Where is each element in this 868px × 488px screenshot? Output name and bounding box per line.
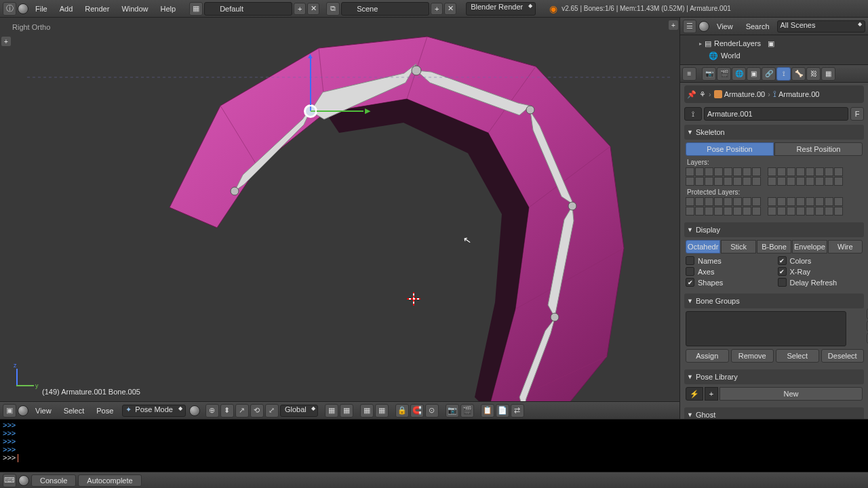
links-icon[interactable]: ⚘ — [699, 90, 706, 99]
tab-bone[interactable]: 🦴 — [791, 67, 806, 81]
expand-menu-icon[interactable] — [18, 3, 28, 14]
outliner-menu-view[interactable]: View — [711, 22, 738, 30]
protected-layers[interactable] — [686, 197, 863, 216]
panel-header-skeleton[interactable]: ▼Skeleton — [684, 125, 864, 140]
menu-render[interactable]: Render — [79, 5, 115, 13]
tab-bone-constraints[interactable]: ⛓ — [806, 67, 821, 81]
layers-group-4[interactable]: ▦ — [375, 404, 389, 418]
pose-library-browse-icon[interactable]: ⚡ — [686, 387, 703, 401]
copy-pose-icon[interactable]: 📋 — [481, 404, 494, 418]
armature-layers[interactable] — [686, 167, 863, 186]
paste-pose-icon[interactable]: 📄 — [496, 404, 509, 418]
outliner-item-world[interactable]: 🌐 World — [684, 49, 864, 62]
outliner-filter-dropdown[interactable]: All Scenes — [777, 20, 865, 33]
display-envelope-button[interactable]: Envelope — [792, 240, 827, 253]
snap-target-icon[interactable]: ⊙ — [425, 404, 439, 418]
menu-file[interactable]: File — [30, 5, 53, 13]
tab-physics[interactable]: ▦ — [821, 67, 835, 81]
tab-armature-data[interactable]: ⟟ — [776, 67, 791, 81]
pose-library-add-icon[interactable]: + — [705, 387, 718, 401]
panel-header-display[interactable]: ▼Display — [684, 222, 864, 237]
expand-menu-icon[interactable] — [18, 475, 29, 486]
shading-mode-icon[interactable] — [189, 405, 200, 416]
check-xray[interactable]: ✔X-Ray — [778, 267, 863, 276]
menu-window[interactable]: Window — [116, 5, 153, 13]
scale-icon[interactable]: ⤢ — [265, 404, 279, 418]
layers-group-1[interactable]: ▦ — [325, 404, 338, 418]
assign-button[interactable]: Assign — [686, 349, 729, 363]
display-wire-button[interactable]: Wire — [828, 240, 863, 253]
tab-render[interactable]: 📷 — [702, 67, 716, 81]
fake-user-button[interactable]: F — [850, 107, 864, 121]
3d-viewport[interactable]: + + Right Ortho — [0, 18, 679, 419]
autocomplete-button[interactable]: Autocomplete — [78, 474, 141, 487]
render-engine-dropdown[interactable]: Blender Render — [466, 2, 536, 16]
render-anim-icon[interactable]: 🎬 — [460, 404, 474, 418]
panel-header-ghost[interactable]: ▼Ghost — [684, 407, 864, 419]
manipulator-icon[interactable]: ⬍ — [220, 404, 234, 418]
lock-icon[interactable]: 🔒 — [395, 404, 409, 418]
scene-add-button[interactable]: + — [431, 3, 443, 15]
expand-icon[interactable]: ▸ — [699, 41, 702, 47]
check-delay-refresh[interactable]: Delay Refresh — [778, 278, 863, 287]
orientation-dropdown[interactable]: Global — [280, 405, 318, 417]
expand-menu-icon[interactable] — [698, 21, 709, 32]
breadcrumb-data[interactable]: ⟟Armature.00 — [773, 89, 820, 100]
layout-grid-icon[interactable]: ▦ — [189, 2, 203, 16]
outliner-item-renderlayers[interactable]: ▸ ▤ RenderLayers ▣ — [684, 37, 864, 49]
rest-position-button[interactable]: Rest Position — [774, 142, 863, 156]
menu-help[interactable]: Help — [155, 5, 182, 13]
armature-name-input[interactable] — [704, 107, 848, 121]
display-bbone-button[interactable]: B-Bone — [757, 240, 791, 253]
check-axes[interactable]: Axes — [686, 267, 771, 276]
display-octahedral-button[interactable]: Octahedr — [686, 240, 720, 253]
panel-header-bone-groups[interactable]: ▼Bone Groups — [684, 293, 864, 308]
tab-constraints[interactable]: 🔗 — [762, 67, 776, 81]
bone-groups-list[interactable] — [686, 311, 846, 346]
console-editor-icon[interactable]: ⌨ — [3, 474, 16, 487]
pivot-icon[interactable]: ⊕ — [205, 404, 219, 418]
translate-icon[interactable]: ↗ — [235, 404, 249, 418]
console-menu-button[interactable]: Console — [31, 474, 76, 487]
info-editor-icon[interactable]: ⓘ — [3, 2, 16, 16]
datablock-browse-icon[interactable]: ⟟ — [684, 107, 702, 121]
paste-flip-icon[interactable]: ⇄ — [511, 404, 524, 418]
outliner-menu-search[interactable]: Search — [741, 22, 775, 30]
render-preview-icon[interactable]: 📷 — [446, 404, 459, 418]
rotate-icon[interactable]: ⟲ — [250, 404, 264, 418]
menu-add[interactable]: Add — [54, 5, 79, 13]
scene-name-input[interactable] — [341, 2, 429, 16]
outliner-tree[interactable]: ▸ ▤ RenderLayers ▣ 🌐 World — [680, 35, 868, 65]
pose-position-button[interactable]: Pose Position — [686, 142, 774, 156]
display-stick-button[interactable]: Stick — [721, 240, 755, 253]
check-names[interactable]: Names — [686, 256, 771, 265]
viewport-menu-pose[interactable]: Pose — [91, 407, 119, 415]
editor-type-icon[interactable]: ▣ — [3, 404, 16, 418]
scene-delete-button[interactable]: ✕ — [444, 3, 456, 15]
tab-world[interactable]: 🌐 — [732, 67, 746, 81]
viewport-menu-view[interactable]: View — [30, 407, 57, 415]
layout-delete-button[interactable]: ✕ — [307, 3, 319, 15]
tab-object[interactable]: ▣ — [747, 67, 761, 81]
panel-header-pose-library[interactable]: ▼Pose Library — [684, 369, 864, 384]
remove-button[interactable]: Remove — [731, 349, 774, 363]
breadcrumb-object[interactable]: Armature.00 — [714, 90, 766, 98]
tab-scene[interactable]: 🎬 — [717, 67, 731, 81]
deselect-button[interactable]: Deselect — [821, 349, 865, 363]
mode-dropdown[interactable]: Pose Mode — [122, 405, 186, 417]
properties-editor-icon[interactable]: ≡ — [682, 67, 696, 81]
expand-menu-icon[interactable] — [18, 405, 28, 416]
pin-icon[interactable]: 📌 — [687, 90, 696, 99]
console-output[interactable]: >>> >>> >>> >>> >>> — [0, 420, 868, 472]
check-colors[interactable]: ✔Colors — [778, 256, 863, 265]
pose-library-new-button[interactable]: New — [719, 387, 863, 401]
scene-browse-icon[interactable]: ⧉ — [326, 2, 340, 16]
layers-group-2[interactable]: ▦ — [340, 404, 353, 418]
viewport-menu-select[interactable]: Select — [58, 407, 90, 415]
select-button[interactable]: Select — [776, 349, 819, 363]
restrict-icon[interactable]: ▣ — [768, 39, 774, 48]
layers-group-3[interactable]: ▦ — [360, 404, 374, 418]
check-shapes[interactable]: ✔Shapes — [686, 278, 771, 287]
layout-add-button[interactable]: + — [294, 3, 306, 15]
snap-icon[interactable]: 🧲 — [410, 404, 424, 418]
